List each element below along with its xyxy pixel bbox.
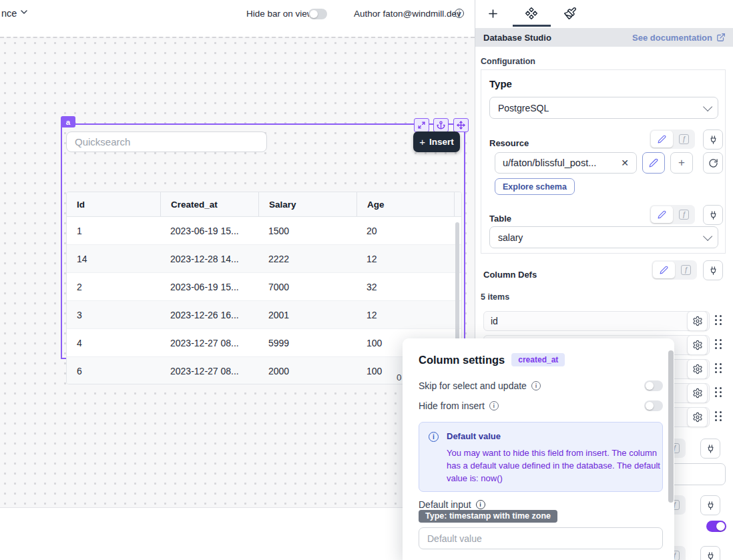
top-toolbar: nce Hide bar on view Author faton@windmi… — [0, 0, 475, 27]
function-mode-icon[interactable]: ƒ — [674, 131, 694, 148]
table-cell: 1500 — [258, 217, 356, 244]
hide-bar-toggle[interactable] — [308, 9, 327, 19]
plug-connect-icon[interactable] — [700, 495, 720, 515]
column-header-created-at[interactable]: Created_at — [160, 192, 258, 216]
selected-component-dbstudio[interactable]: a + Insert Id Crea — [61, 123, 465, 359]
gear-icon[interactable] — [687, 383, 708, 403]
function-mode-icon[interactable]: ƒ — [674, 206, 694, 223]
app-root: nce Hide bar on view Author faton@windmi… — [0, 0, 733, 560]
column-defs-count: 5 items — [481, 292, 509, 302]
info-icon[interactable]: i — [531, 381, 541, 390]
table-select-value: salary — [498, 232, 523, 243]
type-label: Type — [489, 78, 512, 89]
drag-handle-icon[interactable] — [715, 339, 724, 351]
table-row[interactable]: 22023-06-19 15...700032 — [67, 273, 461, 301]
table-row[interactable]: 12023-06-19 15...150020 — [67, 217, 461, 245]
pencil-icon[interactable] — [651, 131, 673, 148]
column-def-input[interactable]: id — [483, 311, 710, 331]
drag-handle-icon[interactable] — [715, 315, 724, 327]
edit-resource-pencil-button[interactable] — [642, 152, 665, 174]
table-label: Table — [489, 214, 511, 224]
doc-link-label: See documentation — [632, 33, 712, 43]
table-cell: 2023-12-28 14... — [160, 245, 258, 272]
info-icon[interactable]: i — [476, 500, 485, 509]
active-tab-underline — [513, 25, 551, 27]
hide-from-insert-toggle[interactable] — [644, 400, 663, 411]
table-cell: 3 — [67, 301, 160, 328]
pencil-icon[interactable] — [653, 262, 675, 278]
table-cell: 20 — [356, 217, 454, 244]
gear-icon[interactable] — [687, 359, 708, 379]
column-def-row: id — [483, 311, 717, 331]
column-header-age[interactable]: Age — [356, 192, 454, 216]
default-input-label: Default input — [419, 499, 471, 510]
component-settings-tab[interactable] — [523, 5, 539, 21]
resource-value: u/faton/blissful_post... — [503, 158, 596, 168]
insert-button[interactable]: + Insert — [413, 131, 460, 152]
table-scrollbar[interactable] — [455, 222, 459, 356]
plug-connect-icon[interactable] — [700, 439, 720, 459]
resource-label: Resource — [489, 138, 529, 148]
table-input-mode-toggle: ƒ — [650, 205, 695, 224]
external-link-icon — [716, 33, 726, 42]
clear-icon[interactable]: ✕ — [621, 158, 629, 168]
expand-icon[interactable] — [414, 118, 429, 132]
pagination-fragment: 0 — [397, 372, 402, 382]
table-cell: 2222 — [258, 245, 356, 272]
table-row[interactable]: 32023-12-26 16...200112 — [67, 301, 461, 329]
theme-brush-tab[interactable] — [562, 5, 578, 21]
hidden-setting-toggle-on[interactable] — [706, 521, 726, 532]
anchor-icon[interactable] — [433, 118, 449, 132]
table-cell: 1 — [67, 217, 160, 244]
plug-connect-icon[interactable] — [700, 546, 720, 560]
chevron-down-icon[interactable] — [19, 7, 33, 20]
panel-tabbar — [475, 0, 733, 27]
add-resource-button[interactable]: + — [670, 152, 693, 174]
gear-icon[interactable] — [687, 407, 708, 427]
quicksearch-input[interactable] — [66, 131, 267, 152]
modal-scrollbar[interactable] — [668, 350, 674, 503]
table-cell: 12 — [356, 301, 454, 328]
gear-icon[interactable] — [687, 311, 708, 331]
drag-handle-icon[interactable] — [715, 363, 724, 375]
column-defs-mode-toggle: ƒ — [652, 260, 697, 280]
info-icon[interactable]: i — [489, 401, 499, 410]
configuration-box: Type PostgreSQL Resource ƒ u/faton/bliss… — [481, 69, 726, 254]
plug-connect-icon[interactable] — [703, 129, 723, 150]
panel-title: Database Studio — [483, 33, 551, 43]
plug-connect-icon[interactable] — [703, 260, 723, 280]
insert-button-label: Insert — [429, 137, 454, 147]
drag-handle-icon[interactable] — [715, 387, 724, 399]
plug-connect-icon[interactable] — [703, 205, 723, 225]
column-header-id[interactable]: Id — [67, 192, 160, 216]
modal-title: Column settings — [419, 354, 505, 366]
table-cell: 2 — [67, 273, 160, 300]
panel-header: Database Studio See documentation — [475, 28, 733, 47]
hide-bar-label: Hide bar on view — [246, 9, 314, 19]
skip-select-update-toggle[interactable] — [644, 380, 663, 391]
table-select[interactable]: salary — [489, 226, 718, 248]
explore-schema-button[interactable]: Explore schema — [495, 178, 575, 195]
column-type-badge: Type: timestamp with time zone — [419, 510, 557, 523]
add-component-tab[interactable] — [485, 5, 501, 21]
type-select[interactable]: PostgreSQL — [489, 97, 718, 119]
resource-input[interactable]: u/faton/blissful_post... ✕ — [495, 152, 637, 174]
table-row[interactable]: 142023-12-28 14...222212 — [67, 245, 461, 273]
table-cell: 4 — [67, 329, 160, 356]
app-name: nce — [1, 8, 17, 19]
see-documentation-link[interactable]: See documentation — [632, 33, 726, 43]
table-cell: 2023-06-19 15... — [160, 273, 258, 300]
pencil-icon[interactable] — [651, 206, 673, 223]
column-header-filler — [454, 192, 461, 216]
function-mode-icon[interactable]: ƒ — [676, 262, 696, 278]
refresh-icon[interactable] — [703, 152, 723, 174]
drag-handle-icon[interactable] — [715, 411, 724, 423]
resource-input-mode-toggle: ƒ — [650, 129, 695, 149]
default-value-input[interactable] — [419, 527, 663, 549]
gear-icon[interactable] — [687, 335, 708, 355]
table-cell: 2001 — [258, 301, 356, 328]
info-icon[interactable]: i — [455, 9, 464, 18]
move-icon[interactable] — [453, 118, 469, 132]
chevron-down-icon — [703, 231, 712, 240]
column-header-salary[interactable]: Salary — [258, 192, 356, 216]
